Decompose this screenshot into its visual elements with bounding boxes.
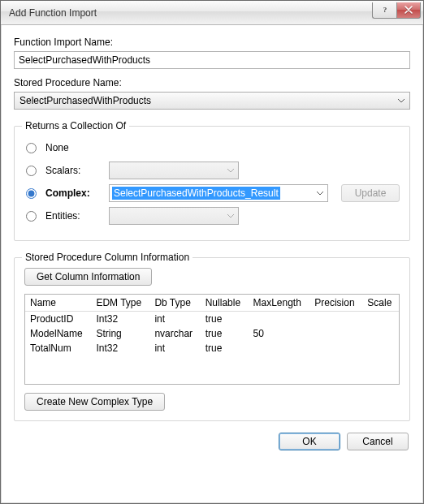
ok-button[interactable]: OK: [279, 433, 340, 450]
col-header-db[interactable]: Db Type: [149, 295, 200, 312]
scalars-dropdown: [109, 162, 239, 179]
stored-proc-label: Stored Procedure Name:: [14, 77, 410, 88]
col-header-scale[interactable]: Scale: [362, 295, 399, 312]
cell-maxlen: 50: [248, 326, 309, 341]
cell-db: int: [149, 312, 200, 327]
dialog-footer: OK Cancel: [14, 421, 410, 450]
entities-dropdown: [109, 207, 239, 225]
col-header-name[interactable]: Name: [25, 295, 91, 312]
chevron-down-icon: [398, 97, 405, 104]
cell-scale: [362, 326, 399, 341]
returns-group: Returns a Collection Of None Scalars: Co…: [14, 126, 410, 241]
colinfo-group: Stored Procedure Column Information Get …: [14, 257, 410, 421]
col-header-edm[interactable]: EDM Type: [91, 295, 149, 312]
table-header-row: Name EDM Type Db Type Nullable MaxLength…: [25, 295, 399, 312]
radio-entities[interactable]: [26, 211, 37, 222]
window-title: Add Function Import: [9, 7, 372, 19]
returns-legend: Returns a Collection Of: [22, 120, 129, 131]
cell-name: TotalNum: [25, 341, 91, 355]
create-complex-type-button[interactable]: Create New Complex Type: [24, 393, 165, 411]
chevron-down-icon: [223, 208, 238, 224]
radio-complex-label: Complex:: [45, 187, 104, 199]
dialog-content: Function Import Name: Stored Procedure N…: [1, 25, 423, 503]
help-icon: ?: [381, 6, 389, 14]
close-icon: [405, 6, 413, 14]
radio-none[interactable]: [26, 143, 37, 153]
window-buttons: ?: [372, 2, 421, 19]
cell-db: nvarchar: [149, 326, 200, 341]
cell-precision: [309, 341, 362, 355]
import-name-input[interactable]: [14, 51, 410, 69]
titlebar[interactable]: Add Function Import ?: [1, 1, 423, 25]
table-row[interactable]: TotalNum Int32 int true: [25, 341, 399, 355]
radio-complex[interactable]: [26, 188, 37, 199]
cell-nullable: true: [201, 326, 249, 341]
update-button: Update: [341, 184, 400, 202]
stored-proc-dropdown[interactable]: SelectPurchasedWithProducts: [14, 92, 410, 110]
radio-none-label: None: [45, 142, 104, 153]
col-header-precision[interactable]: Precision: [309, 295, 362, 312]
cell-name: ModelName: [25, 326, 91, 341]
cell-scale: [362, 341, 399, 355]
radio-entities-label: Entities:: [45, 210, 104, 222]
dialog-window: Add Function Import ? Function Import Na…: [0, 0, 424, 504]
close-button[interactable]: [396, 2, 421, 19]
column-info-table-container: Name EDM Type Db Type Nullable MaxLength…: [24, 294, 400, 385]
chevron-down-icon: [223, 162, 238, 179]
import-name-label: Function Import Name:: [14, 37, 410, 48]
complex-dropdown-value: SelectPurchasedWithProducts_Result: [112, 187, 280, 200]
cancel-button[interactable]: Cancel: [347, 433, 409, 450]
cell-maxlen: [248, 341, 309, 355]
svg-text:?: ?: [383, 6, 387, 14]
radio-scalars-label: Scalars:: [45, 165, 104, 176]
cell-precision: [309, 312, 362, 327]
chevron-down-icon: [313, 185, 327, 201]
column-info-table: Name EDM Type Db Type Nullable MaxLength…: [25, 295, 399, 355]
cell-maxlen: [248, 312, 309, 327]
complex-dropdown[interactable]: SelectPurchasedWithProducts_Result: [109, 184, 328, 202]
cell-edm: String: [91, 326, 149, 341]
cell-db: int: [149, 341, 200, 355]
cell-nullable: true: [201, 312, 249, 327]
stored-proc-value: SelectPurchasedWithProducts: [19, 95, 398, 106]
radio-scalars[interactable]: [26, 166, 37, 176]
table-row[interactable]: ProductID Int32 int true: [25, 312, 399, 327]
cell-precision: [309, 326, 362, 341]
help-button[interactable]: ?: [372, 2, 396, 19]
col-header-maxlen[interactable]: MaxLength: [248, 295, 309, 312]
cell-nullable: true: [201, 341, 249, 355]
col-header-nullable[interactable]: Nullable: [201, 295, 249, 312]
cell-edm: Int32: [91, 341, 149, 355]
table-row[interactable]: ModelName String nvarchar true 50: [25, 326, 399, 341]
cell-name: ProductID: [25, 312, 91, 327]
cell-edm: Int32: [91, 312, 149, 327]
get-column-info-button[interactable]: Get Column Information: [24, 268, 152, 286]
colinfo-legend: Stored Procedure Column Information: [22, 252, 193, 263]
cell-scale: [362, 312, 399, 327]
